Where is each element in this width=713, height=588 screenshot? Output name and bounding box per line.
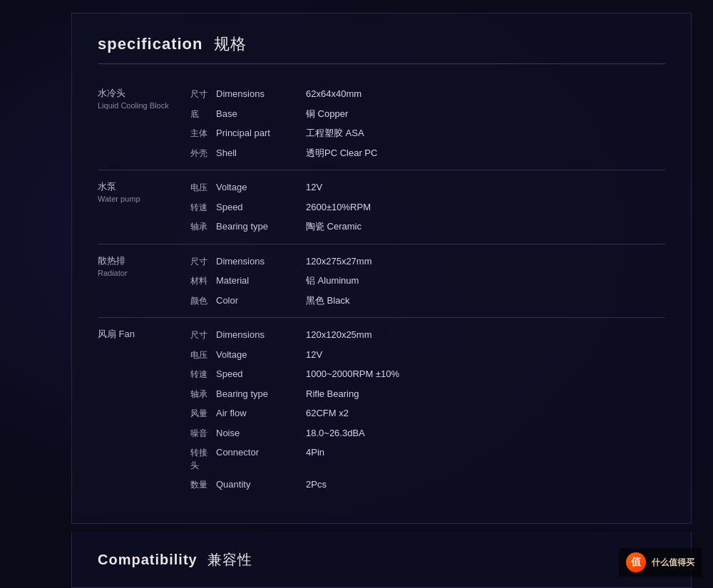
compatibility-bar: Compatibility 兼容性 <box>71 532 692 588</box>
spec-row-0-0: 尺寸Dimensions62x64x40mm <box>190 87 665 101</box>
row-zh-2-0: 尺寸 <box>190 255 213 268</box>
spec-row-2-2: 颜色Color黑色 Black <box>190 294 665 308</box>
row-zh-1-1: 转速 <box>190 201 213 214</box>
row-value-3-0: 120x120x25mm <box>306 328 372 342</box>
section-label-3: 风扇 Fan <box>98 328 190 492</box>
spec-row-1-0: 电压Voltage12V <box>190 180 665 195</box>
row-en-3-0: Dimensions <box>213 328 306 342</box>
row-en-0-3: Shell <box>213 146 306 160</box>
row-value-2-1: 铝 Aluminum <box>306 274 359 288</box>
spec-row-3-3: 轴承Bearing typeRifle Bearing <box>190 387 665 401</box>
row-value-0-1: 铜 Copper <box>306 107 348 121</box>
compatibility-title: Compatibility 兼容性 <box>98 550 252 569</box>
row-zh-2-2: 颜色 <box>190 294 213 307</box>
compat-en: Compatibility <box>98 552 198 567</box>
spec-panel: specification 规格 水冷头Liquid Cooling Block… <box>71 13 692 524</box>
row-zh-3-3: 轴承 <box>190 388 213 401</box>
watermark-icon-text: 值 <box>631 556 641 569</box>
spec-rows-1: 电压Voltage12V转速Speed2600±10%RPM轴承Bearing … <box>190 180 665 234</box>
row-zh-1-2: 轴承 <box>190 220 213 233</box>
spec-rows-0: 尺寸Dimensions62x64x40mm底Base铜 Copper主体Pri… <box>190 87 665 160</box>
title-en: specification <box>98 35 202 53</box>
row-value-1-2: 陶瓷 Ceramic <box>306 220 361 234</box>
spec-row-3-2: 转速Speed1000~2000RPM ±10% <box>190 367 665 381</box>
spec-row-0-1: 底Base铜 Copper <box>190 107 665 121</box>
row-value-0-2: 工程塑胶 ASA <box>306 126 364 140</box>
section-label-2: 散热排Radiator <box>98 254 190 308</box>
row-zh-0-2: 主体 <box>190 127 213 140</box>
row-zh-2-1: 材料 <box>190 274 213 287</box>
row-en-3-2: Speed <box>213 367 306 381</box>
spec-section-3: 风扇 Fan尺寸Dimensions120x120x25mm电压Voltage1… <box>98 318 665 502</box>
row-en-3-4: Air flow <box>213 406 306 421</box>
row-zh-0-0: 尺寸 <box>190 88 213 100</box>
panel-title: specification 规格 <box>98 33 665 64</box>
row-en-1-1: Speed <box>213 200 306 215</box>
row-value-3-1: 12V <box>306 348 322 362</box>
sections-container: 水冷头Liquid Cooling Block尺寸Dimensions62x64… <box>98 77 665 502</box>
spec-row-3-4: 风量Air flow62CFM x2 <box>190 406 665 421</box>
row-value-3-4: 62CFM x2 <box>306 406 349 421</box>
row-value-2-0: 120x275x27mm <box>306 254 372 269</box>
row-en-3-1: Voltage <box>213 348 306 362</box>
row-value-3-5: 18.0~26.3dBA <box>306 426 365 440</box>
spec-rows-3: 尺寸Dimensions120x120x25mm电压Voltage12V转速Sp… <box>190 328 665 492</box>
row-zh-1-0: 电压 <box>190 181 213 194</box>
section-label-zh-0: 水冷头 <box>98 87 190 100</box>
section-label-en-0: Liquid Cooling Block <box>98 101 190 110</box>
spec-row-0-2: 主体Principal part工程塑胶 ASA <box>190 126 665 140</box>
spec-section-1: 水泵Water pump电压Voltage12V转速Speed2600±10%R… <box>98 170 665 244</box>
row-zh-3-6: 转接头 <box>190 446 213 472</box>
title-zh: 规格 <box>214 35 247 53</box>
row-en-3-6: Connector <box>213 445 306 460</box>
spec-row-1-1: 转速Speed2600±10%RPM <box>190 200 665 215</box>
row-zh-3-4: 风量 <box>190 407 213 420</box>
spec-row-2-0: 尺寸Dimensions120x275x27mm <box>190 254 665 269</box>
row-en-1-0: Voltage <box>213 180 306 195</box>
row-en-2-2: Color <box>213 294 306 308</box>
row-en-3-3: Bearing type <box>213 387 306 401</box>
row-value-3-3: Rifle Bearing <box>306 387 359 401</box>
row-value-1-0: 12V <box>306 180 322 195</box>
row-en-0-1: Base <box>213 107 306 121</box>
section-label-1: 水泵Water pump <box>98 180 190 234</box>
row-en-2-1: Material <box>213 274 306 288</box>
row-en-0-0: Dimensions <box>213 87 306 101</box>
row-zh-0-3: 外壳 <box>190 147 213 160</box>
spec-section-0: 水冷头Liquid Cooling Block尺寸Dimensions62x64… <box>98 77 665 170</box>
watermark-text: 什么值得买 <box>652 557 694 569</box>
spec-section-2: 散热排Radiator尺寸Dimensions120x275x27mm材料Mat… <box>98 244 665 319</box>
section-label-zh-1: 水泵 <box>98 180 190 193</box>
row-zh-0-1: 底 <box>190 108 213 120</box>
spec-row-3-0: 尺寸Dimensions120x120x25mm <box>190 328 665 342</box>
spec-row-2-1: 材料Material铝 Aluminum <box>190 274 665 288</box>
row-en-3-7: Quantity <box>213 478 306 492</box>
row-value-1-1: 2600±10%RPM <box>306 200 371 215</box>
spec-row-3-7: 数量Quantity2Pcs <box>190 478 665 492</box>
row-zh-3-0: 尺寸 <box>190 329 213 341</box>
section-label-0: 水冷头Liquid Cooling Block <box>98 87 190 160</box>
section-label-zh-3: 风扇 Fan <box>98 328 190 341</box>
section-label-en-1: Water pump <box>98 195 190 203</box>
section-label-en-2: Radiator <box>98 269 190 277</box>
row-zh-3-7: 数量 <box>190 478 213 491</box>
section-label-zh-2: 散热排 <box>98 254 190 267</box>
row-en-2-0: Dimensions <box>213 254 306 269</box>
spec-row-1-2: 轴承Bearing type陶瓷 Ceramic <box>190 220 665 234</box>
watermark-icon: 值 <box>626 552 646 572</box>
spec-row-3-1: 电压Voltage12V <box>190 348 665 362</box>
row-value-0-3: 透明PC Clear PC <box>306 146 377 160</box>
row-zh-3-1: 电压 <box>190 349 213 361</box>
spec-row-0-3: 外壳Shell透明PC Clear PC <box>190 146 665 160</box>
row-value-0-0: 62x64x40mm <box>306 87 361 101</box>
spec-row-3-5: 噪音Noise18.0~26.3dBA <box>190 426 665 440</box>
watermark: 值 什么值得买 <box>619 548 702 577</box>
spec-row-3-6: 转接头Connector4Pin <box>190 445 665 472</box>
row-value-3-2: 1000~2000RPM ±10% <box>306 367 399 381</box>
row-value-3-7: 2Pcs <box>306 478 327 492</box>
row-zh-3-2: 转速 <box>190 368 213 381</box>
spec-rows-2: 尺寸Dimensions120x275x27mm材料Material铝 Alum… <box>190 254 665 308</box>
compat-zh: 兼容性 <box>207 552 252 567</box>
row-en-3-5: Noise <box>213 426 306 440</box>
row-value-2-2: 黑色 Black <box>306 294 349 308</box>
